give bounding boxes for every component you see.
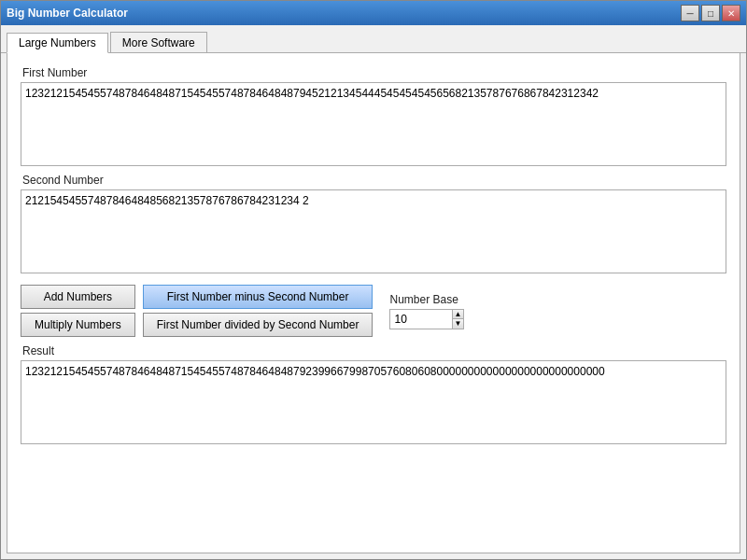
first-number-group: First Number 123212154545574878464848715… — [21, 66, 726, 166]
controls-row: Add Numbers Multiply Numbers First Numbe… — [21, 285, 726, 337]
maximize-button[interactable]: □ — [701, 5, 720, 21]
main-window: Big Number Calculator ─ □ ✕ Large Number… — [0, 0, 747, 560]
spinner-buttons: ▲ ▼ — [452, 310, 464, 329]
title-bar-controls: ─ □ ✕ — [681, 5, 740, 21]
first-number-input[interactable]: 1232121545455748784648487154545574878464… — [21, 82, 726, 166]
add-numbers-button[interactable]: Add Numbers — [21, 285, 135, 309]
number-base-group: Number Base ▲ ▼ — [389, 293, 464, 329]
close-button[interactable]: ✕ — [722, 5, 740, 21]
multiply-numbers-button[interactable]: Multiply Numbers — [21, 313, 135, 337]
result-label: Result — [22, 344, 726, 357]
second-number-label: Second Number — [22, 174, 726, 187]
spin-down-button[interactable]: ▼ — [453, 319, 464, 329]
result-group: Result 123212154545574878464848715454557… — [21, 344, 726, 444]
number-base-spinner: ▲ ▼ — [389, 309, 464, 329]
subtract-numbers-button[interactable]: First Number minus Second Number — [143, 285, 374, 309]
title-bar: Big Number Calculator ─ □ ✕ — [1, 1, 746, 25]
tab-more-software[interactable]: More Software — [110, 32, 207, 52]
tab-bar: Large Numbers More Software — [1, 25, 746, 53]
number-base-input[interactable] — [390, 311, 451, 328]
window-title: Big Number Calculator — [7, 7, 128, 20]
first-number-label: First Number — [22, 66, 726, 79]
spin-up-button[interactable]: ▲ — [453, 310, 464, 320]
result-input[interactable]: 1232121545455748784648487154545574878464… — [21, 360, 726, 444]
divide-numbers-button[interactable]: First Number divided by Second Number — [143, 313, 374, 337]
main-content: First Number 123212154545574878464848715… — [7, 53, 740, 553]
minimize-button[interactable]: ─ — [681, 5, 699, 21]
left-button-group: Add Numbers Multiply Numbers — [21, 285, 135, 337]
second-number-input[interactable]: 2121545455748784648485682135787678678423… — [21, 189, 726, 273]
number-base-label: Number Base — [389, 293, 464, 306]
second-number-group: Second Number 21215454557487846484856821… — [21, 174, 726, 273]
tab-large-numbers[interactable]: Large Numbers — [7, 33, 108, 53]
right-button-group: First Number minus Second Number First N… — [143, 285, 374, 337]
